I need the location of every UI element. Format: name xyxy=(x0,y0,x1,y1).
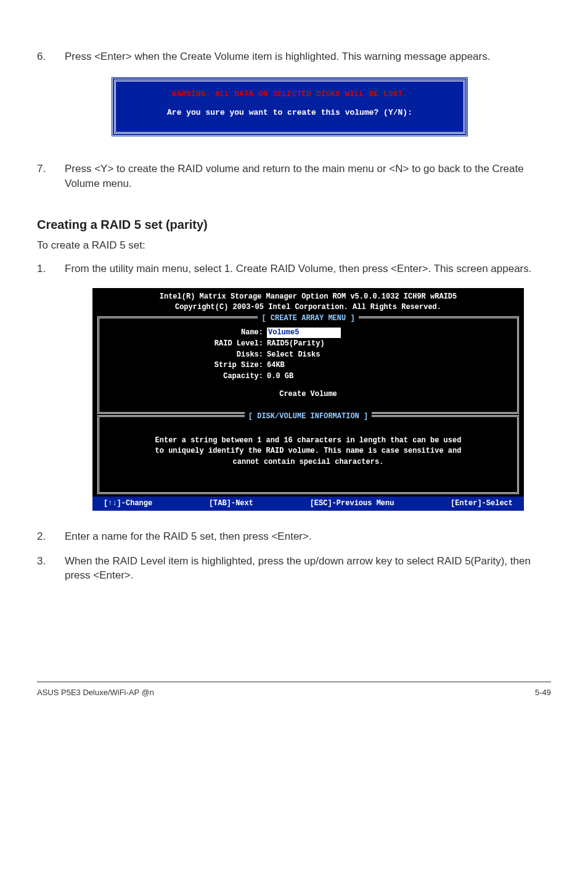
capacity-label: Capacity: xyxy=(107,371,267,382)
help-line1: Enter a string between 1 and 16 characte… xyxy=(112,435,505,446)
footer-right: 5-49 xyxy=(535,687,551,698)
footer-change: [↑↓]-Change xyxy=(104,498,152,509)
step-text: From the utility main menu, select 1. Cr… xyxy=(65,262,551,276)
warning-dialog: WARNING: ALL DATA ON SELECTED DISKS WILL… xyxy=(111,76,468,137)
field-name: Name: Volume5 xyxy=(107,328,510,338)
step-number: 7. xyxy=(37,162,65,191)
name-label: Name: xyxy=(107,328,267,338)
step-3: 3. When the RAID Level item is highlight… xyxy=(37,554,551,584)
disk-volume-info: [ DISK/VOLUME INFORMATION ] Enter a stri… xyxy=(97,415,519,494)
footer-select: [Enter]-Select xyxy=(451,498,513,509)
disk-volume-title: [ DISK/VOLUME INFORMATION ] xyxy=(99,411,517,422)
strip-value[interactable]: 64KB xyxy=(267,360,285,371)
raid-label: RAID Level: xyxy=(107,339,267,349)
field-strip-size: Strip Size: 64KB xyxy=(107,360,510,371)
step-number: 6. xyxy=(37,49,65,64)
disks-label: Disks: xyxy=(107,350,267,360)
name-value[interactable]: Volume5 xyxy=(267,328,341,338)
field-capacity: Capacity: 0.0 GB xyxy=(107,371,510,382)
step-1: 1. From the utility main menu, select 1.… xyxy=(37,262,551,276)
raid-value[interactable]: RAID5(Parity) xyxy=(267,339,325,349)
step-text: Press <Enter> when the Create Volume ite… xyxy=(65,49,551,64)
step-6: 6. Press <Enter> when the Create Volume … xyxy=(37,49,551,64)
bios-header: Intel(R) Matrix Storage Manager Option R… xyxy=(92,289,524,315)
step-text: When the RAID Level item is highlighted,… xyxy=(65,554,551,584)
warning-inner: WARNING: ALL DATA ON SELECTED DISKS WILL… xyxy=(114,80,465,134)
warning-line2: Are you sure you want to create this vol… xyxy=(121,107,459,118)
field-raid-level: RAID Level: RAID5(Parity) xyxy=(107,339,510,349)
help-line2: to uniquely identify the RAID volume. Th… xyxy=(112,446,505,456)
step-7: 7. Press <Y> to create the RAID volume a… xyxy=(37,162,551,191)
help-line3: cannot contain special characters. xyxy=(112,457,505,468)
step-text: Press <Y> to create the RAID volume and … xyxy=(65,162,551,191)
bios-header-line1: Intel(R) Matrix Storage Manager Option R… xyxy=(92,292,524,302)
create-array-menu: [ CREATE ARRAY MENU ] Name: Volume5 RAID… xyxy=(97,316,519,414)
capacity-value[interactable]: 0.0 GB xyxy=(267,371,293,382)
section-heading: Creating a RAID 5 set (parity) xyxy=(37,216,551,233)
step-number: 1. xyxy=(37,262,65,276)
strip-label: Strip Size: xyxy=(107,360,267,371)
footer-prev: [ESC]-Previous Menu xyxy=(310,498,394,509)
step-2: 2. Enter a name for the RAID 5 set, then… xyxy=(37,529,551,544)
bios-footer: [↑↓]-Change [TAB]-Next [ESC]-Previous Me… xyxy=(92,497,524,511)
step-number: 3. xyxy=(37,554,65,584)
footer-next: [TAB]-Next xyxy=(209,498,253,509)
bios-screen: Intel(R) Matrix Storage Manager Option R… xyxy=(92,288,524,510)
field-disks: Disks: Select Disks xyxy=(107,350,510,360)
create-array-title: [ CREATE ARRAY MENU ] xyxy=(99,313,517,324)
create-volume-action[interactable]: Create Volume xyxy=(107,389,510,400)
section-intro: To create a RAID 5 set: xyxy=(37,238,551,253)
bios-header-line2: Copyright(C) 2003-05 Intel Corporation. … xyxy=(92,302,524,313)
disks-value[interactable]: Select Disks xyxy=(267,350,320,360)
page-footer: ASUS P5E3 Deluxe/WiFi-AP @n 5-49 xyxy=(37,682,551,698)
footer-left: ASUS P5E3 Deluxe/WiFi-AP @n xyxy=(37,687,154,698)
step-number: 2. xyxy=(37,529,65,544)
warning-line1: WARNING: ALL DATA ON SELECTED DISKS WILL… xyxy=(121,89,459,100)
step-text: Enter a name for the RAID 5 set, then pr… xyxy=(65,529,551,544)
